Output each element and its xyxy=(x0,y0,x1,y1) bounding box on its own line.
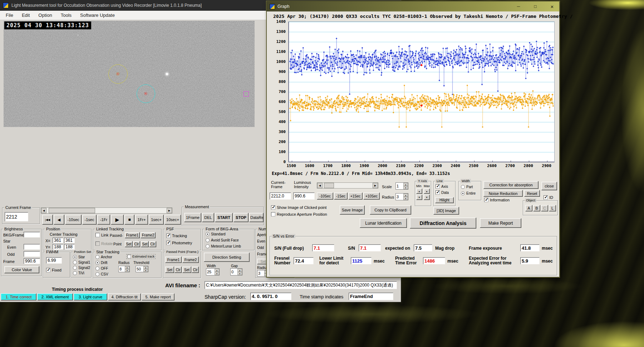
tab-light-curve[interactable]: 3. Light curve xyxy=(74,293,107,300)
y-min-down-button[interactable]: ▼ xyxy=(416,195,422,200)
meteor-limb-radio[interactable]: Meteor/Lunar Limb xyxy=(206,244,241,248)
passed-set2-button[interactable]: Set xyxy=(182,267,191,273)
spinner-arrows[interactable] xyxy=(143,266,148,272)
current-frame-input[interactable]: 2212 xyxy=(5,212,28,221)
position-set-tivi-radio[interactable]: TiVi xyxy=(73,271,84,275)
noise-reduction-button[interactable]: Noise Reduction xyxy=(483,190,523,197)
tab-diffraction[interactable]: 4. Diffraction tit xyxy=(108,293,141,300)
object-a-button[interactable]: A xyxy=(525,205,532,211)
rotate-checkbox[interactable]: Rotate xyxy=(95,241,113,246)
video-frame[interactable]: 2025 04 30 13:48:33:123 xyxy=(4,21,255,127)
part-radio[interactable]: Part xyxy=(461,185,473,189)
frame-brightness-input[interactable]: 990.6 xyxy=(24,258,40,264)
scrollbar-thumb[interactable] xyxy=(324,183,334,188)
x1-input[interactable]: 361 xyxy=(53,238,63,243)
stop-button[interactable]: STOP xyxy=(233,213,249,222)
scrollbar-track[interactable] xyxy=(323,183,373,188)
fwhm-input[interactable]: 6.99 xyxy=(46,257,62,264)
psf-photometry-checkbox[interactable]: Photometry xyxy=(166,241,192,245)
maximize-icon[interactable]: □ xyxy=(528,1,542,11)
spinner-arrows[interactable] xyxy=(237,269,242,275)
3d-image-button[interactable]: [3D] Image xyxy=(433,207,459,215)
minus-1frame-button[interactable]: -1Fr xyxy=(97,215,110,225)
object-c-button[interactable]: C xyxy=(541,205,548,211)
spinner-arrows[interactable] xyxy=(403,194,408,200)
direction-setting-button[interactable]: Direction Setting xyxy=(204,253,250,262)
y2-input[interactable]: 188 xyxy=(64,244,75,250)
aperture-square-magenta[interactable] xyxy=(244,91,249,97)
menu-software-update[interactable]: Software Update xyxy=(76,11,119,19)
passed-set1-button[interactable]: Set xyxy=(165,267,174,273)
graph-radius-spinner[interactable]: 3 xyxy=(395,193,408,200)
y-max-up-button[interactable]: ▲ xyxy=(424,189,430,194)
avoid-sunlit-radio[interactable]: Avoid Sunlit Face xyxy=(206,238,239,242)
y1-input[interactable]: 188 xyxy=(53,244,63,250)
graph-luminous-input[interactable]: 990.6 xyxy=(293,192,315,200)
linked-set1-button[interactable]: Set xyxy=(125,241,133,247)
light-curve-plot[interactable] xyxy=(288,21,555,162)
fwhm-fixed-checkbox[interactable]: Fixed xyxy=(46,268,62,272)
minus-10sec-button[interactable]: -10sec xyxy=(65,215,82,225)
jump-start-button[interactable]: |◀◀ xyxy=(42,215,53,225)
plus-10sec-button[interactable]: 10sec+ xyxy=(164,215,181,225)
aperture-circle-yellow[interactable] xyxy=(108,64,128,84)
scale-spinner[interactable]: 1 xyxy=(395,182,408,190)
minus-1sec-graph-button[interactable]: -1Sec xyxy=(334,192,348,200)
position-set-star-radio[interactable]: Star xyxy=(73,255,85,259)
passed-clr2-button[interactable]: Clr xyxy=(192,267,199,273)
threshold-spinner[interactable]: 50 xyxy=(136,266,148,272)
data-checkbox[interactable]: Data xyxy=(436,190,449,195)
color-value-button[interactable]: Color Value xyxy=(4,266,39,273)
odd-input[interactable] xyxy=(24,251,40,257)
reproduce-aperture-checkbox[interactable]: Reproduce Aperture Position xyxy=(271,212,327,216)
object-l-button[interactable]: L xyxy=(549,205,556,211)
psf-tracking-checkbox[interactable]: Tracking xyxy=(166,234,187,238)
standard-radio[interactable]: Standard xyxy=(206,232,226,236)
passed-frame2-button[interactable]: Frame2 xyxy=(182,256,199,263)
one-frame-button[interactable]: 1Frame xyxy=(184,213,201,222)
frame-scrollbar[interactable] xyxy=(41,207,172,214)
hilight-button[interactable]: Hilight xyxy=(435,197,454,203)
scrollbar-right-arrow[interactable] xyxy=(167,208,172,213)
position-set-signal1-radio[interactable]: Signal1 xyxy=(73,260,90,264)
gap-spinner[interactable]: 0 xyxy=(230,268,242,275)
make-report-button[interactable]: Make Report xyxy=(480,218,521,228)
play-button[interactable]: ▶ xyxy=(111,215,124,225)
scrollbar-left-arrow[interactable] xyxy=(41,208,46,213)
passed-clr1-button[interactable]: Clr xyxy=(174,267,182,273)
step-back-button[interactable]: ◀ xyxy=(54,215,64,225)
minus-1sec-button[interactable]: -1sec xyxy=(82,215,97,225)
information-checkbox[interactable]: Information xyxy=(484,198,510,202)
graph-title-bar[interactable]: Graph ─ □ × xyxy=(267,1,559,11)
plus-1sec-graph-button[interactable]: +1Sec xyxy=(348,192,363,200)
csv-radio[interactable]: CSV xyxy=(95,272,108,276)
minus-10sec-graph-button[interactable]: -10Sec xyxy=(317,192,333,200)
spinner-arrows[interactable] xyxy=(403,183,408,189)
bkg-frame-input[interactable] xyxy=(24,232,40,238)
copy-clipboard-button[interactable]: Copy to ClipBoard xyxy=(370,205,411,215)
graph-current-frame-input[interactable]: 2212.0 xyxy=(270,192,291,200)
close-button[interactable]: close xyxy=(541,182,557,190)
y-max-down-button[interactable]: ▼ xyxy=(424,195,430,200)
linked-frame1-button[interactable]: Frame1 xyxy=(125,232,140,238)
width-spinner[interactable]: 25 xyxy=(206,268,220,275)
center-tracking-label[interactable]: Center Tracking xyxy=(50,232,78,236)
diffraction-analysis-button[interactable]: Diffraction Analysis xyxy=(410,218,476,229)
plus-1frame-button[interactable]: 1Fr+ xyxy=(135,215,148,225)
passed-frame1-button[interactable]: Frame1 xyxy=(165,256,182,263)
linked-frame2-button[interactable]: Frame2 xyxy=(141,232,156,238)
scrollbar-track[interactable] xyxy=(46,208,167,213)
plus-10sec-graph-button[interactable]: +10Sec xyxy=(363,192,380,200)
linked-set2-button[interactable]: Set xyxy=(141,241,149,247)
even-input[interactable] xyxy=(24,244,40,250)
data-remove-button[interactable]: DataRemove xyxy=(249,213,264,222)
start-button[interactable]: START xyxy=(215,213,233,222)
menu-option[interactable]: Option xyxy=(34,11,56,19)
save-image-button[interactable]: Save Image xyxy=(340,205,365,215)
reset-button[interactable]: Reset xyxy=(524,190,540,197)
scrollbar-right-arrow[interactable] xyxy=(373,183,378,188)
minimize-icon[interactable]: ─ xyxy=(511,1,526,11)
position-set-signal2-radio[interactable]: Signal2 xyxy=(73,266,90,270)
id-checkbox[interactable]: ID xyxy=(544,195,553,200)
anchor-radio[interactable]: Anchor xyxy=(95,255,112,259)
